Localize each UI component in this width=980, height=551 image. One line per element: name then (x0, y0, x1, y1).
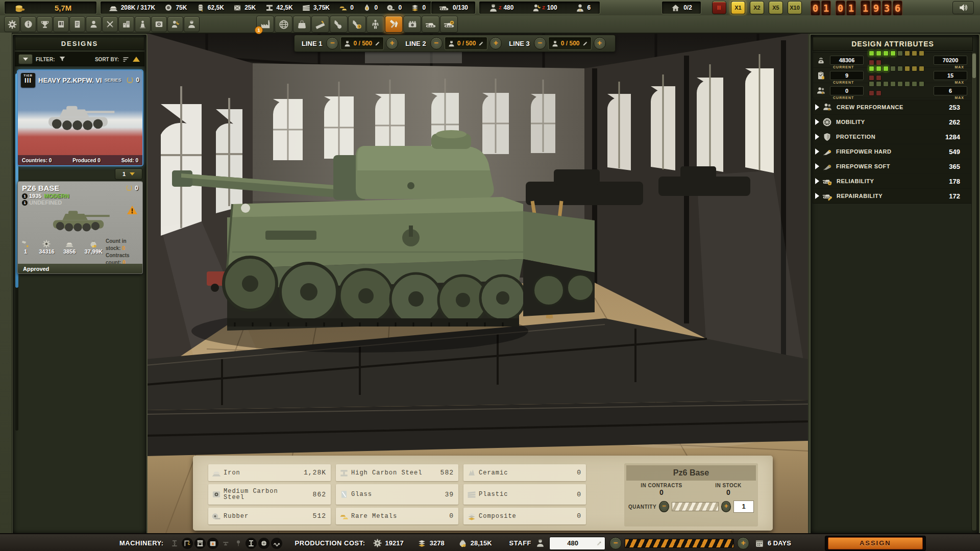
maintenance-button[interactable] (348, 16, 366, 33)
tank-icon (425, 19, 436, 30)
line1-increase-button[interactable]: + (386, 37, 398, 49)
tank-designs-button[interactable] (422, 16, 439, 33)
resource-item: 0 (410, 3, 426, 12)
attributes-scrollbar-thumb[interactable] (972, 54, 976, 78)
sort-direction-icon[interactable] (133, 57, 140, 62)
achievements-button[interactable] (37, 16, 53, 32)
workshop-button[interactable] (330, 16, 348, 33)
expand-arrow-icon[interactable] (815, 193, 819, 199)
tank-catalog-button[interactable] (440, 16, 458, 33)
world-market-button[interactable] (275, 16, 292, 33)
composite-icon (410, 3, 420, 12)
assign-button-frame: ASSIGN (825, 536, 926, 551)
diplomacy-button[interactable] (86, 16, 102, 32)
speed-x5-button[interactable]: X5 (769, 1, 783, 14)
speed-x1-button[interactable]: X1 (731, 1, 745, 14)
edit-icon[interactable] (478, 40, 484, 47)
expand-arrow-icon[interactable] (815, 119, 819, 125)
expand-arrow-icon[interactable] (815, 163, 819, 169)
attribute-row-firepower-soft[interactable]: FIREPOWER SOFT365 (813, 159, 971, 174)
attribute-row-mobility[interactable]: MOBILITY262 (813, 115, 971, 130)
resource-item: 42,5K (265, 3, 293, 12)
contracts-button[interactable] (293, 16, 311, 33)
monument-button[interactable] (135, 16, 151, 32)
page-selector[interactable]: 1 (115, 168, 142, 180)
expand-arrow-icon[interactable] (815, 178, 819, 184)
staff-decrease-button[interactable]: − (609, 537, 622, 549)
attribute-row-firepower-hard[interactable]: FIREPOWER HARD549 (813, 144, 971, 159)
staff-input[interactable]: 480 (549, 537, 605, 550)
line3-quantity-box[interactable]: 0 / 500 (548, 37, 592, 50)
expand-arrow-icon[interactable] (815, 134, 819, 140)
resource-item: 62,5K (196, 3, 224, 12)
furnace-machine[interactable] (207, 538, 218, 549)
anvil-machine[interactable] (220, 538, 231, 549)
components-button[interactable] (403, 16, 421, 33)
grinder-machine[interactable] (258, 538, 270, 549)
crane-machine[interactable] (182, 538, 193, 549)
attribute-row-reliability[interactable]: RELIABILITY178 (813, 174, 971, 189)
line2-increase-button[interactable]: + (489, 37, 502, 49)
settings-button[interactable] (4, 16, 20, 32)
city-button[interactable] (118, 16, 134, 32)
newsstand-button[interactable] (53, 16, 69, 32)
line2-decrease-button[interactable]: − (430, 37, 443, 49)
roller-machine[interactable] (271, 538, 282, 549)
production-button[interactable] (385, 16, 403, 33)
line2-quantity-box[interactable]: 0 / 500 (445, 37, 488, 50)
line1-decrease-button[interactable]: − (326, 37, 338, 49)
collapse-button[interactable] (18, 54, 33, 64)
edit-icon[interactable] (582, 40, 589, 47)
staff-counts: Z480 Z100 6 (479, 1, 600, 14)
military-button[interactable] (102, 16, 118, 32)
materials-cost-icon (417, 538, 427, 548)
speed-x10-button[interactable]: X10 (788, 1, 802, 14)
expand-arrow-icon[interactable] (815, 148, 819, 155)
material-row-composite: Composite0 (463, 508, 586, 524)
workforce-button[interactable] (184, 16, 200, 32)
chevron-down-icon (130, 172, 135, 176)
crew-training-button[interactable] (366, 16, 384, 33)
attribute-row-crew-performance[interactable]: CREW PERFORMANCE253 (813, 100, 971, 115)
sound-button[interactable] (952, 1, 974, 14)
attribute-row-repairability[interactable]: REPAIRABILITY172 (813, 189, 971, 203)
filter-funnel-icon[interactable] (58, 55, 66, 63)
boring-machine[interactable] (246, 538, 257, 549)
attributes-scrollbar[interactable] (971, 52, 977, 531)
line3-increase-button[interactable]: + (594, 37, 606, 49)
quantity-decrease-button[interactable]: − (659, 501, 669, 512)
design-variant-card[interactable]: PZ6 BASE 0 1 1935 MODERN 1 UNDEFINED (18, 182, 142, 273)
assign-button[interactable]: ASSIGN (828, 537, 923, 549)
edit-icon[interactable] (374, 40, 381, 47)
edit-icon[interactable] (596, 540, 603, 547)
drill-press-machine[interactable] (169, 538, 180, 549)
staff-increase-button[interactable]: + (737, 537, 749, 549)
wrench-badge-icon (352, 19, 362, 30)
research-button[interactable] (151, 16, 167, 32)
expand-arrow-icon[interactable] (815, 104, 819, 110)
mechanic-button[interactable] (167, 16, 183, 32)
info-button[interactable] (20, 16, 36, 32)
quantity-increase-button[interactable]: + (721, 501, 731, 512)
design-series-card[interactable]: TIER III HEAVY PZ.KPFW. VI SERIES 0 Coun… (18, 70, 142, 165)
planks-icon (302, 3, 311, 12)
in-stock-value: 0 (715, 488, 742, 496)
factory-button[interactable]: 1 (256, 16, 274, 33)
line1-quantity-box[interactable]: 0 / 500 (340, 37, 384, 50)
pause-button[interactable]: II (712, 1, 726, 14)
tank-count-display: 0/130 (431, 1, 476, 14)
attribute-row-protection[interactable]: PROTECTION1284 (813, 130, 971, 144)
machinery-label: MACHINERY: (119, 539, 164, 547)
staff-slider[interactable] (625, 539, 734, 548)
press-machine[interactable] (194, 538, 206, 549)
design-bureau-button[interactable] (311, 16, 329, 33)
crew-led-bar (869, 80, 930, 98)
quantity-input[interactable]: 1 (733, 500, 754, 513)
reports-button[interactable] (69, 16, 85, 32)
line3-decrease-button[interactable]: − (534, 37, 546, 49)
lamp-machine[interactable] (233, 538, 244, 549)
speed-x2-button[interactable]: X2 (750, 1, 764, 14)
press-icon (196, 539, 204, 547)
sort-icon[interactable] (122, 56, 130, 63)
quantity-slider[interactable] (672, 502, 719, 511)
